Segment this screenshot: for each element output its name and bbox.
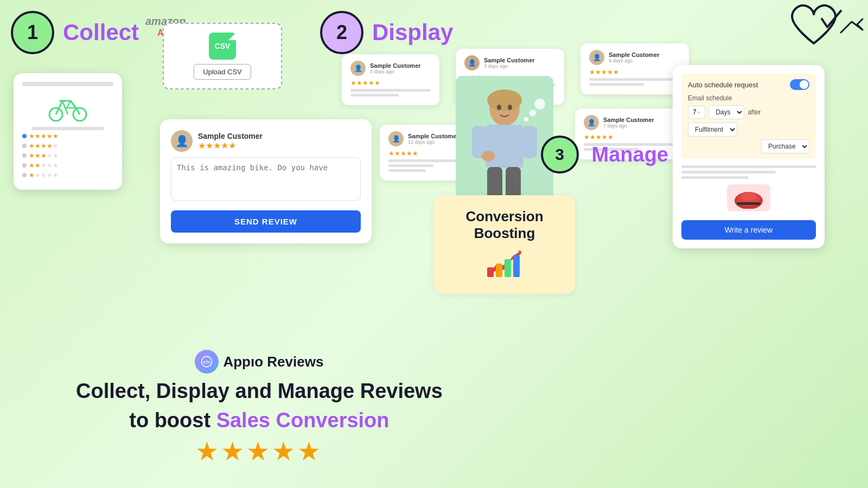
phone-top-bar	[22, 82, 113, 86]
tagline-highlight: Sales Conversion	[216, 409, 390, 432]
days-ago-4: 12 days ago	[408, 139, 459, 145]
manage-content-lines	[681, 165, 816, 179]
days-ago-2: 3 days ago	[484, 63, 535, 69]
review-textarea[interactable]	[171, 157, 361, 201]
schedule-section: Auto schedule request Email schedule 7 ÷…	[681, 74, 816, 159]
days-ago-3: 9 days ago	[609, 58, 660, 63]
days-stepper: ÷	[698, 110, 701, 115]
review-card-1: 👤 Sample Customer 5 days ago ★★★★★	[342, 54, 439, 105]
svg-point-5	[487, 89, 522, 111]
csv-label: CSV	[215, 42, 231, 50]
rating-row-2: ★★★★★	[22, 162, 113, 169]
svg-rect-20	[505, 259, 511, 277]
card-stars-4: ★★★★★	[388, 150, 463, 157]
svg-rect-24	[737, 202, 761, 205]
days-ago-5: 7 days ago	[603, 123, 654, 129]
reviewer-avatar: 👤	[171, 130, 193, 152]
card-stars-1: ★★★★★	[350, 79, 431, 87]
manage-panel: Auto schedule request Email schedule 7 ÷…	[673, 65, 825, 248]
step3-label: Manage	[592, 143, 668, 166]
step1-header: 1 Collect	[11, 11, 139, 54]
svg-point-11	[508, 105, 512, 110]
svg-rect-8	[522, 126, 537, 158]
bottom-stars: ★★★★★	[76, 436, 443, 466]
card-stars-3: ★★★★★	[589, 68, 680, 76]
app-tagline-main: Collect, Display and Manage Reviews	[76, 378, 443, 404]
toggle-switch[interactable]	[790, 79, 809, 90]
schedule-title: Auto schedule request	[688, 81, 758, 89]
card-lines-3	[589, 78, 680, 86]
avatar-5: 👤	[584, 115, 599, 130]
phone-mockup: ★★★★★ ★★★★★ ★★★★★ ★★★★★ ★★★★★	[14, 73, 122, 190]
svg-point-25	[741, 192, 756, 201]
tagline-sub-text: to boost	[129, 409, 216, 432]
svg-point-14	[524, 117, 528, 121]
customer-name-2: Sample Customer	[484, 57, 535, 63]
svg-point-16	[534, 99, 545, 110]
reviewer-name: Sample Customer	[198, 132, 263, 140]
svg-point-9	[482, 151, 495, 162]
app-name: Appıo Reviews	[223, 354, 323, 370]
svg-rect-19	[496, 264, 502, 277]
step1-number: 1	[27, 21, 38, 44]
step3-circle: 3	[541, 136, 579, 174]
svg-point-15	[529, 110, 536, 116]
card-lines-4	[388, 159, 463, 172]
customer-name-5: Sample Customer	[603, 117, 654, 123]
csv-upload-box: CSV Upload CSV	[163, 23, 282, 89]
svg-rect-21	[513, 255, 520, 277]
customer-name-3: Sample Customer	[609, 52, 660, 58]
bottom-section: </> Appıo Reviews Collect, Display and M…	[76, 350, 443, 466]
helmet-placeholder	[727, 184, 770, 211]
chart-icon	[447, 248, 562, 281]
after-label: after	[748, 108, 761, 116]
days-value: 7	[693, 108, 697, 116]
rating-row-1: ★★★★★	[22, 171, 113, 179]
avatar-3: 👤	[589, 50, 604, 65]
fulfillment-select[interactable]: Fulfilment	[688, 123, 737, 137]
days-input[interactable]: 7 ÷	[688, 106, 705, 119]
avatar-2: 👤	[464, 55, 480, 70]
step3-number: 3	[555, 145, 564, 164]
phone-lines-top	[31, 127, 104, 130]
app-tagline-sub: to boost Sales Conversion	[76, 407, 443, 434]
avatar-1: 👤	[350, 61, 366, 76]
card-lines-1	[350, 89, 431, 97]
email-schedule-label: Email schedule	[688, 94, 809, 102]
svg-rect-6	[486, 125, 524, 168]
conversion-title-2: Boosting	[447, 225, 562, 242]
write-review-button[interactable]: Write a review	[681, 220, 816, 240]
step2-circle: 2	[320, 11, 363, 54]
review-input-box: 👤 Sample Customer ★★★★★ SEND REVIEW	[160, 119, 372, 243]
bike-icon	[46, 93, 90, 123]
purchase-select[interactable]: Purchase	[761, 139, 809, 153]
csv-icon: CSV	[209, 33, 236, 60]
upload-csv-button[interactable]: Upload CSV	[194, 64, 251, 80]
step1-circle: 1	[11, 11, 54, 54]
rating-row-4: ★★★★★	[22, 142, 113, 150]
days-unit-select[interactable]: Days	[709, 105, 744, 119]
logo-icon: </>	[195, 350, 219, 374]
svg-point-10	[497, 105, 501, 110]
avatar-4: 👤	[388, 131, 404, 146]
app-logo: </> Appıo Reviews	[76, 350, 443, 374]
days-ago-1: 5 days ago	[370, 69, 421, 74]
rating-row-5: ★★★★★	[22, 132, 113, 140]
step2-label: Display	[372, 20, 453, 46]
step3-overlay: 3 Manage	[541, 136, 668, 174]
conversion-title-1: Conversion	[447, 208, 562, 225]
rating-row-3: ★★★★★	[22, 152, 113, 159]
step1-label: Collect	[63, 20, 139, 46]
step2-number: 2	[336, 21, 347, 44]
conversion-card: Conversion Boosting	[434, 195, 575, 294]
customer-name-4: Sample Customer	[408, 133, 459, 139]
reviewer-stars: ★★★★★	[198, 140, 263, 151]
step2-header: 2 Display	[320, 11, 453, 54]
send-review-button[interactable]: SEND REVIEW	[171, 210, 361, 233]
customer-name-1: Sample Customer	[370, 62, 421, 69]
svg-text:</>: </>	[203, 359, 210, 365]
svg-rect-18	[487, 267, 494, 277]
